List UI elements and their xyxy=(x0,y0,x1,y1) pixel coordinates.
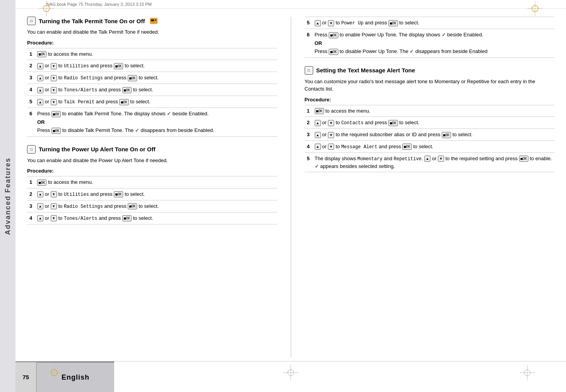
power-up-steps: 1 ■OK to access the menu. 2 ▲ or ▼ to Ut… xyxy=(27,176,277,224)
step-content: ▲ or ▼ to Radio Settings and press ■OK t… xyxy=(35,200,277,212)
nav-down-icon: ▼ xyxy=(51,75,57,81)
crosshair-bottom-right xyxy=(520,365,535,380)
ok-button-icon: ■OK xyxy=(114,63,123,69)
svg-rect-9 xyxy=(153,22,155,22)
ok-button-icon: ■OK xyxy=(329,32,338,38)
step-num: 1 xyxy=(27,48,35,60)
nav-up-icon: ▲ xyxy=(37,63,43,69)
table-row: 2 ▲ or ▼ to Contacts and press ■OK to se… xyxy=(305,117,555,129)
step-content: ▲ or ▼ to Contacts and press ■OK to sele… xyxy=(312,117,555,129)
table-row: 2 ▲ or ▼ to Utilities and press ■OK to s… xyxy=(27,188,277,200)
page-number: 75 xyxy=(22,374,29,380)
nav-up-icon: ▲ xyxy=(37,75,43,81)
ok-button-icon: ■OK xyxy=(51,128,61,134)
ok-button-icon: ■OK xyxy=(122,87,132,93)
ok-button-icon: ■OK xyxy=(119,99,129,105)
page-number-tab: 75 xyxy=(15,361,37,392)
nav-up-icon: ▲ xyxy=(37,87,43,93)
table-row: 1 ■OK to access the menu. xyxy=(27,176,277,188)
talk-permit-procedure-label: Procedure: xyxy=(27,40,277,46)
section-icon-power-up: ☐ xyxy=(27,145,36,154)
language-label: English xyxy=(62,373,89,382)
section-talk-permit: ☐ Turning the Talk Permit Tone On or Off… xyxy=(27,17,277,137)
section-title-talk-permit: ☐ Turning the Talk Permit Tone On or Off xyxy=(27,17,277,25)
ok-button-icon: ■OK xyxy=(315,108,324,114)
talk-permit-steps: 1 ■OK to access the menu. 2 ▲ or ▼ to Ut… xyxy=(27,48,277,137)
ok-button-icon: ■OK xyxy=(128,75,137,81)
step-num: 2 xyxy=(305,117,312,129)
table-row: 1 ■OK to access the menu. xyxy=(305,105,555,117)
table-row: 3 ▲ or ▼ to the required subscriber alia… xyxy=(305,129,555,141)
step-num: 5 xyxy=(305,152,312,172)
step-num: 4 xyxy=(27,84,35,96)
or-text: OR xyxy=(315,39,552,47)
nav-up-icon: ▲ xyxy=(315,144,321,150)
step-content: ▲ or ▼ to Talk Permit and press ■OK to s… xyxy=(35,96,277,108)
talk-permit-description: You can enable and disable the Talk Perm… xyxy=(27,28,277,36)
nav-up-icon: ▲ xyxy=(424,156,431,162)
step-content: ▲ or ▼ to Utilities and press ■OK to sel… xyxy=(35,60,277,72)
step-content: ■OK to access the menu. xyxy=(312,105,555,117)
section-title-power-up: ☐ Turning the Power Up Alert Tone On or … xyxy=(27,145,277,154)
svg-rect-7 xyxy=(151,19,154,21)
step-num: 3 xyxy=(27,72,35,84)
text-message-title: Setting the Text Message Alert Tone xyxy=(316,67,415,74)
table-row: 5 ▲ or ▼ to Power Up and press ■OK to se… xyxy=(305,17,555,29)
step-content: Press ■OK to enable Power Up Tone. The d… xyxy=(312,29,555,58)
step-content: ▲ or ▼ to the required subscriber alias … xyxy=(312,129,555,141)
nav-up-icon: ▲ xyxy=(37,215,43,221)
ok-button-icon: ■OK xyxy=(388,120,398,126)
step-content: ■OK to access the menu. xyxy=(35,176,277,188)
text-message-procedure-label: Procedure: xyxy=(305,97,555,103)
page-container: Advanced Features NAG.book Page 75 Thurs… xyxy=(0,0,566,392)
nav-down-icon: ▼ xyxy=(328,120,334,126)
ok-button-icon: ■OK xyxy=(51,111,61,117)
power-up-continued-steps: 5 ▲ or ▼ to Power Up and press ■OK to se… xyxy=(305,17,555,58)
step-content: ▲ or ▼ to Radio Settings and press ■OK t… xyxy=(35,72,277,84)
step-num: 3 xyxy=(27,200,35,212)
table-row: 4 ▲ or ▼ to Tones/Alerts and press ■OK t… xyxy=(27,212,277,224)
nav-down-icon: ▼ xyxy=(51,215,57,221)
section-title-text-message: ☐ Setting the Text Message Alert Tone xyxy=(305,66,555,75)
table-row: 6 Press ■OK to enable Power Up Tone. The… xyxy=(305,29,555,58)
table-row: 1 ■OK to access the menu. xyxy=(27,48,277,60)
table-row: 5 The display shows Momentary and Repeti… xyxy=(305,152,555,172)
svg-point-8 xyxy=(155,19,156,21)
step-content: ▲ or ▼ to Power Up and press ■OK to sele… xyxy=(312,17,555,29)
ok-button-icon: ■OK xyxy=(402,144,412,150)
text-message-description: You can customize your radio's text mess… xyxy=(305,78,555,93)
step-num: 2 xyxy=(27,60,35,72)
power-up-continued: 5 ▲ or ▼ to Power Up and press ■OK to se… xyxy=(305,17,555,58)
nav-down-icon: ▼ xyxy=(51,63,57,69)
crosshair-bottom-center xyxy=(283,365,298,380)
ok-button-icon: ■OK xyxy=(128,203,137,209)
step-content: ■OK to access the menu. xyxy=(35,48,277,60)
header-bar: NAG.book Page 75 Thursday, January 3, 20… xyxy=(15,0,566,9)
step-content: ▲ or ▼ to Utilities and press ■OK to sel… xyxy=(35,188,277,200)
step-content: The display shows Momentary and Repetiti… xyxy=(312,152,555,172)
nav-down-icon: ▼ xyxy=(328,132,334,138)
nav-down-icon: ▼ xyxy=(51,99,57,105)
table-row: 4 ▲ or ▼ to Message Alert and press ■OK … xyxy=(305,140,555,152)
crosshair-bottom-left xyxy=(46,365,62,380)
step-num: 6 xyxy=(27,108,35,137)
nav-up-icon: ▲ xyxy=(37,191,43,197)
section-icon-talk-permit: ☐ xyxy=(27,17,36,25)
table-row: 6 Press ■OK to enable Talk Permit Tone. … xyxy=(27,108,277,137)
nav-up-icon: ▲ xyxy=(315,120,321,126)
power-up-procedure-label: Procedure: xyxy=(27,168,277,174)
header-text: NAG.book Page 75 Thursday, January 3, 20… xyxy=(46,2,152,7)
nav-up-icon: ▲ xyxy=(37,99,43,105)
power-up-description: You can enable and disable the Power Up … xyxy=(27,157,277,164)
nav-down-icon: ▼ xyxy=(51,191,57,197)
ok-button-icon: ■OK xyxy=(37,51,46,57)
power-up-title: Turning the Power Up Alert Tone On or Of… xyxy=(39,146,155,152)
step-content: ▲ or ▼ to Tones/Alerts and press ■OK to … xyxy=(35,212,277,224)
left-section: ☐ Turning the Talk Permit Tone On or Off… xyxy=(27,17,291,357)
nav-up-icon: ▲ xyxy=(315,20,321,26)
ok-button-icon: ■OK xyxy=(329,49,338,55)
section-power-up: ☐ Turning the Power Up Alert Tone On or … xyxy=(27,145,277,224)
sidebar-label: Advanced Features xyxy=(0,0,15,392)
step-content: ▲ or ▼ to Tones/Alerts and press ■OK to … xyxy=(35,84,277,96)
ok-button-icon: ■OK xyxy=(114,191,123,197)
